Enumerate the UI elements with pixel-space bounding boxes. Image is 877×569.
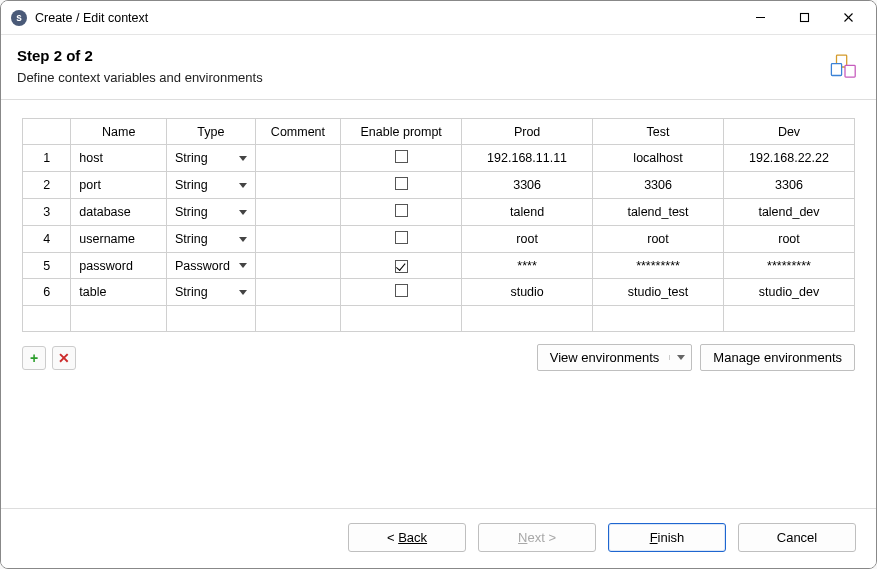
cell-name[interactable]: port	[71, 172, 167, 199]
cell-prompt[interactable]	[341, 226, 462, 253]
row-number: 1	[23, 145, 71, 172]
minimize-icon	[755, 12, 766, 23]
cell-prod[interactable]: ****	[462, 253, 593, 279]
chevron-down-icon	[239, 237, 247, 242]
table-row[interactable]: 2portString330633063306	[23, 172, 855, 199]
table-row[interactable]: 1hostString192.168.11.11localhost192.168…	[23, 145, 855, 172]
cell-prod[interactable]: root	[462, 226, 593, 253]
cell-test[interactable]: root	[593, 226, 724, 253]
cell-test[interactable]: localhost	[593, 145, 724, 172]
context-table[interactable]: Name Type Comment Enable prompt Prod Tes…	[22, 118, 855, 332]
cell-type[interactable]: String	[167, 226, 256, 253]
cell-prod[interactable]: 3306	[462, 172, 593, 199]
cell-prod[interactable]: studio	[462, 279, 593, 306]
col-header-comment[interactable]: Comment	[255, 119, 341, 145]
prompt-checkbox[interactable]	[395, 284, 408, 297]
col-header-type[interactable]: Type	[167, 119, 256, 145]
cell-dev[interactable]: root	[724, 226, 855, 253]
cell-name[interactable]: database	[71, 199, 167, 226]
close-button[interactable]	[826, 3, 870, 33]
cell-type[interactable]: String	[167, 199, 256, 226]
cell-name[interactable]: username	[71, 226, 167, 253]
cell-dev[interactable]: 192.168.22.22	[724, 145, 855, 172]
prompt-checkbox[interactable]	[395, 231, 408, 244]
cell-test[interactable]: studio_test	[593, 279, 724, 306]
chevron-down-icon	[239, 263, 247, 268]
cell-comment[interactable]	[255, 172, 341, 199]
app-icon: s	[11, 10, 27, 26]
dropdown-indicator[interactable]	[669, 355, 685, 360]
cancel-button[interactable]: Cancel	[738, 523, 856, 552]
cell-test[interactable]: 3306	[593, 172, 724, 199]
cell-type[interactable]: String	[167, 279, 256, 306]
type-value: String	[175, 285, 208, 299]
titlebar: s Create / Edit context	[1, 1, 876, 35]
wizard-body: Name Type Comment Enable prompt Prod Tes…	[1, 100, 876, 508]
table-row[interactable]: 3databaseStringtalendtalend_testtalend_d…	[23, 199, 855, 226]
type-value: String	[175, 178, 208, 192]
view-environments-button[interactable]: View environments	[537, 344, 693, 371]
table-row[interactable]: 6tableStringstudiostudio_teststudio_dev	[23, 279, 855, 306]
minimize-button[interactable]	[738, 3, 782, 33]
cell-dev[interactable]: 3306	[724, 172, 855, 199]
row-number: 3	[23, 199, 71, 226]
row-number: 2	[23, 172, 71, 199]
chevron-down-icon	[239, 210, 247, 215]
chevron-down-icon	[677, 355, 685, 360]
wizard-footer: < Back Next > Finish Cancel	[1, 508, 876, 568]
prompt-checkbox[interactable]	[395, 260, 408, 273]
manage-environments-button[interactable]: Manage environments	[700, 344, 855, 371]
cell-type[interactable]: String	[167, 172, 256, 199]
finish-button[interactable]: Finish	[608, 523, 726, 552]
maximize-icon	[799, 12, 810, 23]
plus-icon: +	[30, 350, 38, 366]
maximize-button[interactable]	[782, 3, 826, 33]
chevron-down-icon	[239, 156, 247, 161]
cell-prod[interactable]: talend	[462, 199, 593, 226]
cell-name[interactable]: password	[71, 253, 167, 279]
prompt-checkbox[interactable]	[395, 150, 408, 163]
table-row-empty[interactable]	[23, 306, 855, 332]
step-label: Step 2 of 2	[17, 47, 860, 64]
cell-comment[interactable]	[255, 279, 341, 306]
col-header-prod[interactable]: Prod	[462, 119, 593, 145]
add-row-button[interactable]: +	[22, 346, 46, 370]
dialog-window: s Create / Edit context Step 2 of 2 Defi…	[0, 0, 877, 569]
step-description: Define context variables and environment…	[17, 70, 860, 85]
cell-comment[interactable]	[255, 226, 341, 253]
col-header-test[interactable]: Test	[593, 119, 724, 145]
col-header-prompt[interactable]: Enable prompt	[341, 119, 462, 145]
cell-prompt[interactable]	[341, 279, 462, 306]
col-header-name[interactable]: Name	[71, 119, 167, 145]
cell-dev[interactable]: *********	[724, 253, 855, 279]
cell-prompt[interactable]	[341, 172, 462, 199]
cell-dev[interactable]: studio_dev	[724, 279, 855, 306]
table-toolbar: + ✕ View environments Manage environment…	[22, 344, 855, 371]
row-number: 6	[23, 279, 71, 306]
cell-name[interactable]: table	[71, 279, 167, 306]
cell-prod[interactable]: 192.168.11.11	[462, 145, 593, 172]
wizard-icon	[828, 50, 862, 84]
cell-prompt[interactable]	[341, 253, 462, 279]
cell-comment[interactable]	[255, 253, 341, 279]
cell-type[interactable]: Password	[167, 253, 256, 279]
cell-comment[interactable]	[255, 199, 341, 226]
cancel-label: Cancel	[777, 530, 817, 545]
cell-prompt[interactable]	[341, 145, 462, 172]
back-button[interactable]: < Back	[348, 523, 466, 552]
cell-type[interactable]: String	[167, 145, 256, 172]
cell-dev[interactable]: talend_dev	[724, 199, 855, 226]
prompt-checkbox[interactable]	[395, 177, 408, 190]
prompt-checkbox[interactable]	[395, 204, 408, 217]
col-header-dev[interactable]: Dev	[724, 119, 855, 145]
svg-rect-5	[831, 64, 841, 76]
col-header-number[interactable]	[23, 119, 71, 145]
delete-row-button[interactable]: ✕	[52, 346, 76, 370]
cell-name[interactable]: host	[71, 145, 167, 172]
table-row[interactable]: 4usernameStringrootrootroot	[23, 226, 855, 253]
cell-prompt[interactable]	[341, 199, 462, 226]
table-row[interactable]: 5passwordPassword**********************	[23, 253, 855, 279]
cell-comment[interactable]	[255, 145, 341, 172]
cell-test[interactable]: talend_test	[593, 199, 724, 226]
cell-test[interactable]: *********	[593, 253, 724, 279]
